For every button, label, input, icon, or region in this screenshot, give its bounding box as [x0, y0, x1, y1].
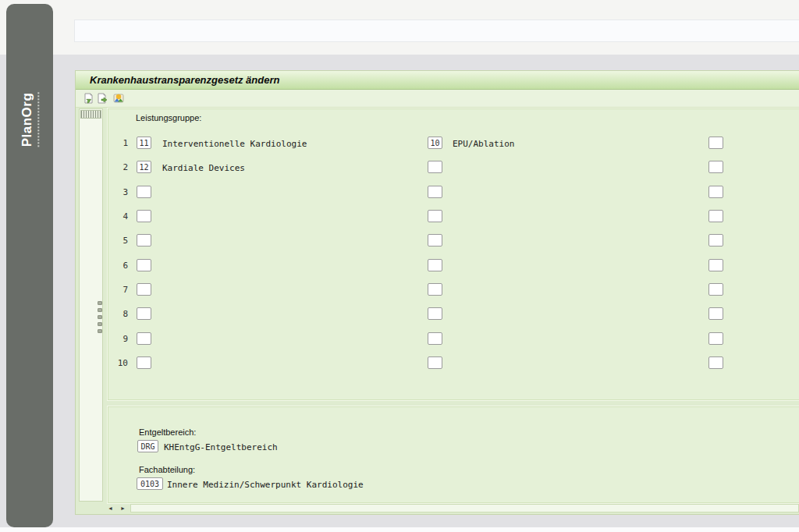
- document-back-icon[interactable]: [83, 93, 94, 104]
- leistungsgruppe-text: Kardiale Devices: [162, 163, 245, 173]
- leistungsgruppe-row: 6: [108, 259, 799, 271]
- splitter-handle[interactable]: [98, 301, 101, 331]
- leistungsgruppe-code-input[interactable]: [428, 356, 442, 369]
- leistungsgruppe-row: 5: [108, 234, 799, 246]
- window-titlebar: Krankenhaustransparenzgesetz ändern: [76, 71, 799, 90]
- entgeltbereich-label: Entgeltbereich:: [139, 427, 196, 437]
- window-title: Krankenhaustransparenzgesetz ändern: [90, 74, 279, 86]
- row-number: 3: [109, 187, 128, 197]
- document-forward-icon[interactable]: [97, 93, 108, 104]
- leistungsgruppe-code-input[interactable]: [428, 137, 442, 149]
- leistungsgruppe-code-input[interactable]: [708, 356, 723, 369]
- leistungsgruppe-label: Leistungsgruppe:: [136, 113, 201, 122]
- planorg-logo-text: PlanOrg: [20, 92, 40, 147]
- image-icon[interactable]: [113, 93, 124, 104]
- fachabteilung-text: Innere Medizin/Schwerpunkt Kardiologie: [167, 480, 364, 490]
- entgeltbereich-text: KHEntgG-Entgeltbereich: [164, 442, 278, 452]
- row-number: 1: [109, 138, 128, 148]
- leistungsgruppe-code-input[interactable]: [708, 161, 723, 173]
- leistungsgruppe-code-input[interactable]: [708, 283, 723, 296]
- scrollbar-thumb[interactable]: [80, 110, 101, 119]
- leistungsgruppe-row: 4: [108, 210, 799, 222]
- leistungsgruppe-code-input[interactable]: [428, 259, 442, 271]
- leistungsgruppe-code-input[interactable]: [137, 332, 151, 345]
- row-number: 7: [109, 285, 128, 295]
- fachabteilung-label: Fachabteilung:: [139, 465, 195, 474]
- header-inset-panel: [74, 20, 799, 42]
- leistungsgruppe-code-input[interactable]: [708, 186, 723, 198]
- leistungsgruppe-code-input[interactable]: [708, 234, 723, 246]
- leistungsgruppe-code-input[interactable]: [428, 161, 442, 173]
- leistungsgruppe-text: Interventionelle Kardiologie: [162, 139, 307, 149]
- scroll-right-icon[interactable]: ►: [118, 505, 128, 512]
- horizontal-scrollbar-track[interactable]: [130, 504, 799, 512]
- fachabteilung-code-input[interactable]: [137, 477, 163, 490]
- leistungsgruppe-code-input[interactable]: [137, 161, 151, 173]
- leistungsgruppe-code-input[interactable]: [137, 234, 151, 246]
- leistungsgruppe-code-input[interactable]: [137, 356, 151, 369]
- scroll-left-icon[interactable]: ◄: [105, 505, 115, 512]
- main-panel: Krankenhaustransparenzgesetz ändern: [75, 70, 799, 515]
- leistungsgruppe-code-input[interactable]: [428, 283, 442, 296]
- app-window: PlanOrg Krankenhaustransparenzgesetz änd…: [0, 0, 799, 532]
- leistungsgruppe-code-input[interactable]: [708, 307, 723, 320]
- leistungsgruppe-row: 7: [108, 283, 799, 296]
- leistungsgruppe-row: 1 Interventionelle Kardiologie EPU/Ablat…: [108, 137, 799, 149]
- leistungsgruppe-code-input[interactable]: [428, 332, 442, 345]
- entgelt-fach-panel: Entgeltbereich: KHEntgG-Entgeltbereich F…: [107, 406, 799, 504]
- page-bottom-strip: [0, 527, 799, 532]
- leistungsgruppe-row: 9: [108, 332, 799, 345]
- leistungsgruppe-code-input[interactable]: [708, 210, 723, 222]
- leistungsgruppe-code-input[interactable]: [137, 259, 151, 271]
- leistungsgruppe-code-input[interactable]: [428, 234, 442, 246]
- row-number: 10: [109, 358, 128, 368]
- leistungsgruppe-code-input[interactable]: [137, 186, 151, 198]
- leistungsgruppe-panel: Leistungsgruppe: 1 Interventionelle Kard…: [107, 108, 799, 401]
- row-number: 2: [109, 162, 128, 172]
- leistungsgruppe-row: 2 Kardiale Devices: [108, 161, 799, 173]
- leistungsgruppe-row: 3: [108, 186, 799, 198]
- leistungsgruppe-code-input[interactable]: [137, 283, 151, 296]
- planorg-logo: PlanOrg: [6, 80, 53, 158]
- leistungsgruppe-code-input[interactable]: [137, 307, 151, 320]
- leistungsgruppe-code-input[interactable]: [137, 137, 151, 149]
- row-number: 8: [109, 309, 128, 319]
- leistungsgruppe-row: 8: [108, 307, 799, 320]
- entgeltbereich-code-input[interactable]: [137, 440, 158, 452]
- leistungsgruppe-code-input[interactable]: [708, 259, 723, 271]
- sidebar: PlanOrg: [6, 4, 53, 527]
- row-number: 4: [109, 211, 128, 222]
- row-number: 9: [109, 334, 128, 344]
- leistungsgruppe-code-input[interactable]: [708, 137, 723, 149]
- leistungsgruppe-code-input[interactable]: [708, 332, 723, 345]
- horizontal-scrollbar: ◄ ►: [104, 504, 799, 513]
- leistungsgruppe-text: EPU/Ablation: [453, 139, 514, 149]
- row-number: 6: [109, 261, 128, 271]
- toolbar: [76, 90, 799, 108]
- leistungsgruppe-code-input[interactable]: [428, 307, 442, 320]
- leistungsgruppe-code-input[interactable]: [428, 186, 442, 198]
- leistungsgruppe-code-input[interactable]: [137, 210, 151, 222]
- row-number: 5: [109, 236, 128, 246]
- leistungsgruppe-code-input[interactable]: [428, 210, 442, 222]
- leistungsgruppe-row: 10: [108, 356, 799, 369]
